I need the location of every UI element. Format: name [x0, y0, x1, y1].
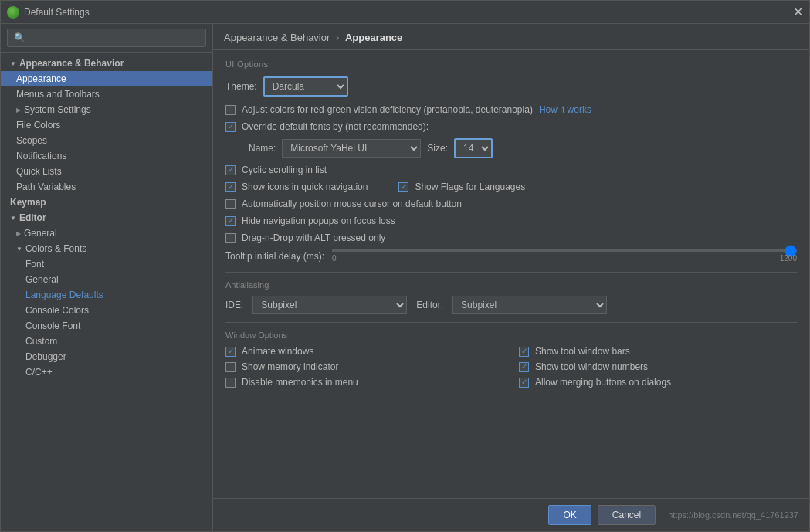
adjust-colors-label: Adjust colors for red-green vision defic…	[242, 104, 533, 115]
show-memory-checkbox[interactable]	[225, 362, 236, 372]
settings-content: UI Options Theme: Darcula IntelliJ Windo…	[213, 50, 809, 498]
title-bar: Default Settings ✕	[1, 1, 809, 24]
sidebar-item-label: Console Font	[25, 320, 80, 331]
slider-labels: 0 1200	[332, 254, 797, 263]
sidebar-item-file-colors[interactable]: File Colors	[1, 117, 212, 133]
sidebar-item-label: General	[24, 228, 57, 239]
cancel-button[interactable]: Cancel	[598, 505, 656, 525]
show-flags-checkbox[interactable]	[398, 182, 408, 192]
close-button[interactable]: ✕	[793, 6, 803, 19]
sidebar-item-label: Scopes	[16, 135, 47, 146]
ide-label: IDE:	[225, 300, 243, 310]
allow-merging-checkbox[interactable]	[519, 378, 529, 388]
how-it-works-link[interactable]: How it works	[539, 104, 591, 115]
sidebar-item-general2[interactable]: General	[1, 272, 212, 287]
drag-drop-label: Drag-n-Drop with ALT pressed only	[242, 232, 385, 243]
allow-merging-row: Allow merging buttons on dialogs	[519, 377, 797, 388]
override-fonts-row: Override default fonts by (not recommend…	[225, 121, 797, 132]
animate-windows-row: Animate windows	[225, 346, 503, 357]
auto-position-label: Automatically position mouse cursor on d…	[242, 198, 462, 209]
sidebar-item-appearance[interactable]: Appearance	[1, 71, 212, 86]
ok-button[interactable]: OK	[548, 505, 591, 525]
sidebar-item-console-colors[interactable]: Console Colors	[1, 303, 212, 318]
override-fonts-checkbox[interactable]	[225, 122, 236, 132]
show-tool-bars-label: Show tool window bars	[535, 346, 630, 357]
sidebar-item-console-font[interactable]: Console Font	[1, 318, 212, 334]
sidebar-item-label: Appearance & Behavior	[19, 58, 124, 69]
name-label: Name:	[249, 143, 276, 154]
sidebar-item-label: Menus and Toolbars	[16, 89, 100, 100]
disable-mnemonics-checkbox[interactable]	[225, 378, 236, 388]
sidebar-item-path-variables[interactable]: Path Variables	[1, 179, 212, 195]
tooltip-slider[interactable]	[332, 249, 797, 252]
disable-mnemonics-row: Disable mnemonics in menu	[225, 377, 503, 388]
sidebar-item-general[interactable]: ▶ General	[1, 225, 212, 241]
sidebar-item-label: Keymap	[10, 197, 46, 208]
drag-drop-checkbox[interactable]	[225, 233, 236, 243]
sidebar-item-label: Notifications	[16, 151, 66, 161]
show-icons-checkbox[interactable]	[225, 182, 236, 192]
show-tool-bars-row: Show tool window bars	[519, 346, 797, 357]
cyclic-scrolling-checkbox[interactable]	[225, 165, 236, 175]
tooltip-row: Tooltip initial delay (ms): 0 1200	[225, 249, 797, 263]
sidebar-item-quick-lists[interactable]: Quick Lists	[1, 164, 212, 179]
sidebar-item-label: Appearance	[16, 73, 66, 84]
sidebar-item-label: General	[25, 274, 59, 285]
font-name-select[interactable]: Microsoft YaHei UI Arial Segoe UI Consol…	[282, 139, 421, 158]
sidebar-item-system-settings[interactable]: ▶ System Settings	[1, 102, 212, 117]
ide-antialiasing-select[interactable]: Subpixel Greyscale None	[252, 296, 407, 314]
font-size-select[interactable]: 10111213 14151618	[454, 138, 493, 158]
main-content: ▼ Appearance & Behavior Appearance Menus…	[1, 24, 809, 531]
sidebar-item-label: System Settings	[24, 104, 91, 115]
sidebar-item-menus-toolbars[interactable]: Menus and Toolbars	[1, 86, 212, 102]
sidebar-item-editor[interactable]: ▼ Editor	[1, 210, 212, 225]
sidebar-item-custom[interactable]: Custom	[1, 334, 212, 349]
expand-icon: ▶	[16, 230, 21, 237]
theme-label: Theme:	[225, 81, 257, 92]
adjust-colors-checkbox[interactable]	[225, 105, 236, 115]
sidebar-item-keymap[interactable]: Keymap	[1, 195, 212, 210]
hide-navigation-label: Hide navigation popups on focus loss	[242, 215, 395, 226]
slider-container: 0 1200	[332, 249, 797, 263]
animate-windows-checkbox[interactable]	[225, 347, 236, 357]
sidebar-item-label: Editor	[19, 212, 46, 223]
divider2	[225, 322, 797, 323]
expand-icon: ▼	[10, 60, 16, 67]
cyclic-scrolling-row: Cyclic scrolling in list	[225, 164, 797, 175]
hide-navigation-checkbox[interactable]	[225, 216, 236, 226]
search-input[interactable]	[7, 29, 206, 47]
window-options-label: Window Options	[225, 330, 797, 340]
size-label: Size:	[427, 143, 448, 154]
sidebar-item-notifications[interactable]: Notifications	[1, 148, 212, 164]
editor-antialiasing-select[interactable]: Subpixel Greyscale None	[452, 296, 607, 314]
sidebar-item-debugger[interactable]: Debugger	[1, 349, 212, 364]
sidebar-item-label: Debugger	[25, 351, 66, 362]
allow-merging-label: Allow merging buttons on dialogs	[535, 377, 671, 388]
sidebar-item-colors-fonts[interactable]: ▼ Colors & Fonts	[1, 241, 212, 256]
sidebar-item-appearance-behavior[interactable]: ▼ Appearance & Behavior	[1, 56, 212, 71]
show-tool-numbers-checkbox[interactable]	[519, 362, 529, 372]
show-tool-numbers-row: Show tool window numbers	[519, 361, 797, 372]
tooltip-label: Tooltip initial delay (ms):	[225, 251, 324, 262]
sidebar-item-label: Path Variables	[16, 181, 76, 192]
sidebar-item-scopes[interactable]: Scopes	[1, 133, 212, 148]
show-flags-col: Show Flags for Languages	[398, 181, 525, 192]
sidebar-item-font[interactable]: Font	[1, 256, 212, 272]
theme-select[interactable]: Darcula IntelliJ Windows High Contrast	[263, 76, 348, 97]
ui-options-label: UI Options	[225, 59, 797, 69]
auto-position-checkbox[interactable]	[225, 199, 236, 209]
sidebar-item-label: Language Defaults	[25, 290, 103, 300]
expand-icon: ▶	[16, 107, 21, 114]
sidebar-tree: ▼ Appearance & Behavior Appearance Menus…	[1, 53, 212, 531]
adjust-colors-row: Adjust colors for red-green vision defic…	[225, 104, 797, 115]
title-bar-left: Default Settings	[7, 6, 90, 19]
right-panel: Appearance & Behavior › Appearance UI Op…	[213, 24, 809, 531]
show-memory-label: Show memory indicator	[242, 361, 338, 372]
sidebar-item-language-defaults[interactable]: Language Defaults	[1, 287, 212, 303]
breadcrumb-parent: Appearance & Behavior	[224, 32, 330, 43]
sidebar-item-cpp[interactable]: C/C++	[1, 364, 212, 380]
show-tool-bars-checkbox[interactable]	[519, 347, 529, 357]
antialiasing-row: IDE: Subpixel Greyscale None Editor: Sub…	[225, 296, 797, 314]
auto-position-row: Automatically position mouse cursor on d…	[225, 198, 797, 209]
window-title: Default Settings	[24, 7, 90, 18]
